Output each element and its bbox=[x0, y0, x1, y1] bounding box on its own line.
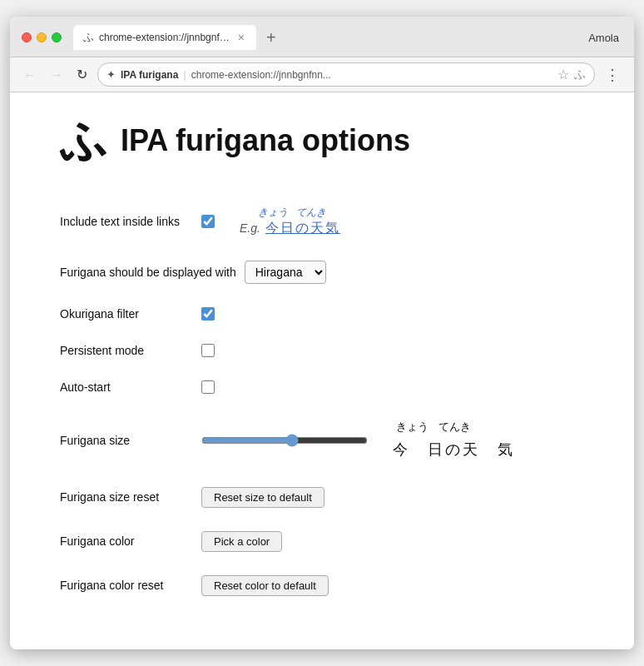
size-preview-furigana-2: てんき bbox=[438, 417, 471, 436]
okurigana-row: Okurigana filter bbox=[60, 296, 592, 332]
size-preview-furigana-1: きょう bbox=[396, 417, 429, 436]
furigana-size-preview: きょう てんき 今 日の天 気 bbox=[393, 417, 515, 464]
furigana-size-reset-row: Furigana size reset Reset size to defaul… bbox=[60, 475, 592, 519]
furigana-color-row: Furigana color Pick a color bbox=[60, 519, 592, 564]
active-tab[interactable]: ふ chrome-extension://jnnbgnfnn… × bbox=[73, 25, 256, 50]
okurigana-label: Okurigana filter bbox=[60, 307, 193, 321]
address-url-text: chrome-extension://jnnbgnfnn... bbox=[191, 69, 552, 81]
title-bar: ふ chrome-extension://jnnbgnfnn… × + Amol… bbox=[10, 17, 634, 57]
tab-area: ふ chrome-extension://jnnbgnfnn… × + bbox=[73, 25, 588, 50]
page-title: IPA furigana options bbox=[121, 123, 410, 158]
page-logo: ふ bbox=[60, 117, 107, 164]
options-section: Include text inside links きょう てんき E.g. 今… bbox=[60, 194, 592, 608]
furigana-size-reset-label: Furigana size reset bbox=[60, 490, 193, 504]
include-links-row: Include text inside links きょう てんき E.g. 今… bbox=[60, 194, 592, 249]
include-links-checkbox[interactable] bbox=[201, 215, 215, 228]
reload-button[interactable]: ↻ bbox=[73, 67, 91, 83]
close-button[interactable] bbox=[22, 32, 32, 42]
tab-title: chrome-extension://jnnbgnfnn… bbox=[99, 32, 231, 43]
address-separator: | bbox=[183, 68, 186, 81]
furigana-display-select[interactable]: Hiragana Katakana Romaji bbox=[245, 261, 326, 284]
tab-close-icon[interactable]: × bbox=[236, 31, 246, 44]
example-prefix: E.g. bbox=[240, 221, 260, 235]
address-bar[interactable]: ✦ IPA furigana | chrome-extension://jnnb… bbox=[97, 62, 595, 87]
furigana-char-2: てんき bbox=[296, 206, 326, 220]
autostart-checkbox[interactable] bbox=[201, 380, 215, 394]
furigana-ruby-line: きょう てんき bbox=[240, 206, 326, 220]
user-name: Amola bbox=[588, 32, 622, 44]
address-favicon-icon: ✦ bbox=[107, 68, 116, 81]
example-link-line: E.g. 今日の天気 bbox=[240, 220, 340, 237]
size-preview-main: 今 日の天 気 bbox=[393, 436, 515, 463]
new-tab-button[interactable]: + bbox=[261, 27, 281, 47]
autostart-label: Auto-start bbox=[60, 380, 193, 394]
back-button[interactable]: ← bbox=[20, 67, 40, 83]
traffic-lights bbox=[22, 32, 62, 42]
furigana-char-1: きょう bbox=[258, 206, 288, 220]
page-content: ふ IPA furigana options Include text insi… bbox=[10, 92, 634, 649]
example-area: きょう てんき E.g. 今日の天気 bbox=[240, 206, 340, 237]
minimize-button[interactable] bbox=[37, 32, 47, 42]
furigana-color-reset-label: Furigana color reset bbox=[60, 579, 193, 592]
nav-bar: ← → ↻ ✦ IPA furigana | chrome-extension:… bbox=[10, 57, 634, 92]
more-options-icon[interactable]: ⋮ bbox=[602, 66, 624, 84]
furigana-color-reset-row: Furigana color reset Reset color to defa… bbox=[60, 564, 592, 608]
size-reset-button[interactable]: Reset size to default bbox=[201, 487, 324, 508]
include-links-label: Include text inside links bbox=[60, 215, 193, 228]
maximize-button[interactable] bbox=[52, 32, 62, 42]
furigana-display-row: Furigana should be displayed with Hiraga… bbox=[60, 249, 592, 296]
okurigana-checkbox[interactable] bbox=[201, 307, 215, 321]
example-link[interactable]: 今日の天気 bbox=[265, 220, 340, 237]
browser-window: ふ chrome-extension://jnnbgnfnn… × + Amol… bbox=[10, 17, 634, 649]
persistent-row: Persistent mode bbox=[60, 332, 592, 369]
color-picker-button[interactable]: Pick a color bbox=[201, 531, 282, 552]
autostart-row: Auto-start bbox=[60, 369, 592, 405]
page-header: ふ IPA furigana options bbox=[60, 117, 592, 164]
furigana-size-slider[interactable] bbox=[201, 434, 368, 447]
forward-button[interactable]: → bbox=[47, 67, 67, 83]
tab-favicon-icon: ふ bbox=[83, 30, 94, 45]
color-reset-button[interactable]: Reset color to default bbox=[201, 575, 329, 596]
furigana-color-label: Furigana color bbox=[60, 534, 193, 548]
address-site-label: IPA furigana bbox=[121, 69, 178, 81]
furigana-size-label: Furigana size bbox=[60, 434, 193, 447]
furigana-display-label: Furigana should be displayed with bbox=[60, 266, 236, 279]
bookmark-icon[interactable]: ☆ bbox=[557, 67, 569, 82]
extension-icon: ふ bbox=[574, 67, 586, 82]
persistent-checkbox[interactable] bbox=[201, 344, 215, 357]
persistent-label: Persistent mode bbox=[60, 344, 193, 357]
furigana-size-row: Furigana size きょう てんき 今 日の天 気 bbox=[60, 405, 592, 475]
